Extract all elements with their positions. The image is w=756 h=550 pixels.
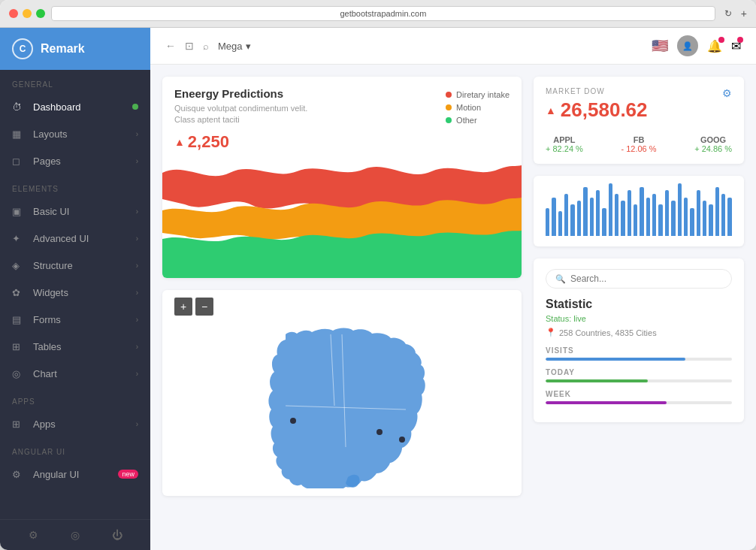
bar [678, 183, 682, 236]
bar [546, 208, 549, 236]
zoom-in-button[interactable]: + [174, 298, 192, 316]
browser-window: getbootstrapadmin.com ↻ + C Remark GENER… [0, 0, 756, 550]
sidebar-item-label: Layouts [33, 128, 136, 140]
back-icon[interactable]: ← [165, 40, 176, 52]
bar-chart-card [534, 176, 744, 246]
browser-chrome: getbootstrapadmin.com ↻ + [0, 0, 756, 28]
power-icon[interactable]: ⏻ [112, 529, 122, 541]
settings-icon[interactable]: ⚙ [29, 529, 38, 541]
section-label-apps: APPS [0, 387, 150, 410]
sidebar-item-structure[interactable]: ◈ Structure › [0, 252, 150, 279]
wave-svg [162, 158, 522, 278]
location-icon: 📍 [546, 328, 556, 337]
legend-label: Other [456, 116, 477, 125]
mega-menu[interactable]: Mega ▾ [218, 41, 251, 52]
close-button[interactable] [9, 9, 18, 18]
zoom-out-button[interactable]: − [195, 298, 213, 316]
bar [634, 204, 637, 236]
bar [703, 201, 706, 236]
bar [590, 198, 594, 236]
bar [721, 194, 725, 236]
city-dot-perth [290, 418, 296, 424]
message-badge [737, 37, 743, 43]
avatar[interactable]: 👤 [677, 35, 698, 56]
energy-info: Eneergy Predictions Quisque volutpat con… [174, 87, 431, 152]
traffic-lights [9, 9, 45, 18]
mega-label: Mega [218, 41, 243, 52]
bar [684, 198, 688, 236]
energy-predictions-card: Eneergy Predictions Quisque volutpat con… [162, 77, 522, 278]
bar [609, 183, 612, 236]
flag-icon[interactable]: 🇺🇸 [652, 38, 668, 54]
bar [558, 211, 562, 236]
bar [652, 194, 656, 236]
notifications-button[interactable]: 🔔 [707, 39, 722, 53]
today-label: TODAY [546, 368, 732, 376]
market-dow-card: MARKET DOW ▲ 26,580.62 ⚙ APPL [534, 77, 744, 164]
energy-description: Quisque volutpat condimentum velit. Clas… [174, 103, 325, 126]
bar [621, 201, 624, 236]
layouts-icon: ▦ [12, 127, 26, 141]
city-dot-sydney [376, 429, 383, 435]
bar [715, 187, 719, 236]
legend-item-motion: Motion [446, 103, 510, 112]
angular-icon: ⚙ [12, 467, 26, 481]
nav-left: ← ⊡ ⌕ Mega ▾ [165, 40, 251, 52]
map-card: + − [162, 290, 522, 496]
widgets-icon: ✿ [12, 286, 26, 299]
sidebar-item-apps[interactable]: ⊞ Apps › [0, 410, 150, 437]
chevron-right-icon: › [136, 130, 138, 138]
statistic-location: 📍 258 Countries, 4835 Cities [546, 328, 732, 337]
app-container: C Remark GENERAL ⏱ Dashboard ▦ Layouts ›… [0, 28, 756, 550]
chart-icon: ◎ [12, 367, 26, 380]
sidebar-item-chart[interactable]: ◎ Chart › [0, 360, 150, 387]
expand-icon[interactable]: ⊡ [185, 40, 194, 52]
visits-row: VISITS [546, 346, 732, 361]
week-progress-bar [546, 401, 732, 404]
market-stocks: APPL + 82.24 % FB - 12.06 % GOOG + 24.86… [546, 135, 732, 153]
stock-change: + 82.24 % [546, 144, 583, 153]
sidebar-item-basic-ui[interactable]: ▣ Basic UI › [0, 198, 150, 225]
new-tab-button[interactable]: + [741, 8, 747, 20]
search-icon[interactable]: ⌕ [203, 41, 209, 52]
reload-icon[interactable]: ↻ [724, 8, 732, 19]
sidebar-item-layouts[interactable]: ▦ Layouts › [0, 120, 150, 147]
stock-fb: FB - 12.06 % [621, 135, 656, 153]
chevron-right-icon: › [136, 234, 138, 243]
maximize-button[interactable] [36, 9, 45, 18]
sidebar-item-label: Advanced UI [33, 233, 136, 244]
top-nav: ← ⊡ ⌕ Mega ▾ 🇺🇸 👤 🔔 ✉ [150, 28, 756, 65]
sidebar-item-tables[interactable]: ⊞ Tables › [0, 333, 150, 360]
sidebar-item-label: Structure [33, 260, 136, 271]
bar [596, 190, 600, 236]
sidebar-item-label: Chart [33, 368, 136, 379]
sidebar-item-advanced-ui[interactable]: ✦ Advanced UI › [0, 225, 150, 252]
legend-dot-green [446, 117, 452, 123]
sidebar-item-dashboard[interactable]: ⏱ Dashboard [0, 93, 150, 120]
sidebar: C Remark GENERAL ⏱ Dashboard ▦ Layouts ›… [0, 28, 150, 550]
gear-icon[interactable]: ⚙ [722, 87, 732, 99]
statistic-title: Statistic [546, 298, 732, 311]
market-arrow-up: ▲ [546, 104, 556, 116]
url-bar[interactable]: getbootstrapadmin.com [51, 6, 715, 21]
sidebar-item-label: Dashboard [33, 101, 132, 113]
energy-number: 2,250 [188, 132, 229, 152]
sidebar-item-forms[interactable]: ▤ Forms › [0, 306, 150, 333]
sidebar-item-pages[interactable]: ◻ Pages › [0, 147, 150, 174]
notification-badge [718, 37, 724, 43]
minimize-button[interactable] [23, 9, 32, 18]
sidebar-item-label: Basic UI [33, 206, 136, 217]
apps-icon: ⊞ [12, 417, 26, 431]
search-input[interactable] [570, 273, 722, 284]
week-row: WEEK [546, 390, 732, 404]
today-progress-fill [546, 379, 648, 382]
sidebar-item-widgets[interactable]: ✿ Widgets › [0, 279, 150, 306]
sidebar-item-label: Tables [33, 341, 136, 352]
section-label-elements: ELEMENTS [0, 174, 150, 198]
sidebar-item-label: Angular UI [33, 469, 118, 480]
market-number: 26,580.62 [561, 98, 648, 122]
circle-icon[interactable]: ◎ [71, 529, 80, 541]
sidebar-item-angular-ui[interactable]: ⚙ Angular UI new [0, 461, 150, 488]
energy-value: ▲ 2,250 [174, 132, 431, 152]
messages-button[interactable]: ✉ [731, 39, 741, 53]
